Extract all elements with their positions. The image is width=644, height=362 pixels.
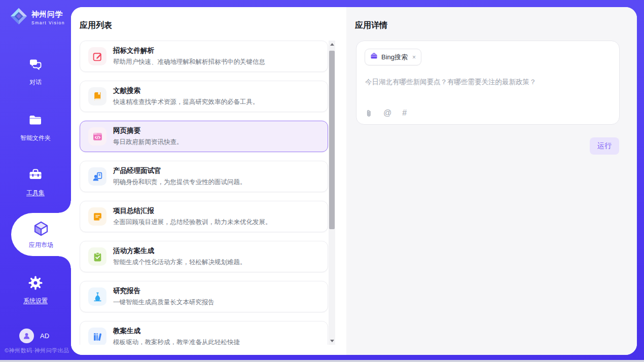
toolbox-icon	[0, 167, 71, 185]
scrollbar-thumb[interactable]	[329, 51, 335, 229]
app-card-description: 每日政府新闻资讯快查。	[113, 138, 183, 147]
book-icon	[88, 87, 106, 105]
main-panel: 应用列表 招标文件解析 帮助用户快速、准确地理解和解析招标书中的关键信息 文献搜…	[71, 7, 637, 355]
brand-text: 神州问学 Smart Vision	[31, 10, 65, 25]
brand-name: 神州问学	[31, 10, 65, 19]
tool-chip-bing-search[interactable]: Bing搜索 ×	[365, 49, 421, 65]
active-bubble-corner-bottom	[59, 256, 71, 268]
scroll-up-arrow-icon[interactable]	[329, 41, 335, 48]
app-list-pane: 应用列表 招标文件解析 帮助用户快速、准确地理解和解析招标书中的关键信息 文献搜…	[71, 7, 346, 355]
app-card[interactable]: 文献搜索 快速精准查找学术资源，提高研究效率的必备工具。	[80, 81, 328, 112]
app-card[interactable]: 活动方案生成 智能生成个性化活动方案，轻松解决规划难题。	[80, 241, 328, 272]
app-card-description: 模板驱动，教案秒成，教学准备从此轻松快捷	[113, 338, 240, 345]
app-card-description: 一键智能生成高质量长文本研究报告	[113, 298, 214, 307]
sidebar-item-label: 对话	[29, 79, 42, 86]
user-account[interactable]: AD	[19, 329, 49, 343]
app-card-description: 明确身份和职责，为您提供专业性的面试问题。	[113, 178, 246, 187]
active-bubble-corner-top	[59, 201, 71, 213]
cube-icon	[33, 230, 49, 238]
composer-card[interactable]: Bing搜索 × 今日湖北有哪些新闻要点？有哪些需要关注的最新政策？ @ #	[356, 41, 620, 125]
sidebar: 神州问学 Smart Vision 对话 智能文件夹	[0, 0, 71, 362]
run-button[interactable]: 运行	[590, 137, 619, 155]
app-card-title: 研究报告	[113, 286, 214, 296]
sidebar-item-smart-folder[interactable]: 智能文件夹	[0, 113, 71, 142]
app-card-title: 招标文件解析	[113, 46, 265, 55]
app-list-title: 应用列表	[80, 20, 112, 31]
app-card-title: 文献搜索	[113, 86, 259, 95]
scroll-down-arrow-icon[interactable]	[329, 337, 335, 345]
app-card[interactable]: 项目总结汇报 全面回顾项目进展，总结经验教训，助力未来优化发展。	[80, 201, 328, 232]
sidebar-item-chat[interactable]: 对话	[0, 57, 71, 87]
tool-chip-label: Bing搜索	[381, 53, 408, 62]
sidebar-item-toolset[interactable]: 工具集	[0, 167, 71, 197]
books-icon	[88, 328, 106, 345]
close-icon[interactable]: ×	[412, 54, 416, 61]
brand-subtitle: Smart Vision	[31, 20, 65, 25]
copyright-footer: ©神州数码·神州问学出品	[5, 347, 69, 354]
app-card[interactable]: 产品经理面试官 明确身份和职责，为您提供专业性的面试问题。	[80, 161, 328, 192]
app-detail-title: 应用详情	[355, 20, 387, 31]
paperclip-icon[interactable]	[365, 109, 373, 118]
sidebar-item-label: 智能文件夹	[20, 134, 51, 141]
app-card-title: 产品经理面试官	[113, 166, 246, 175]
app-window: 神州问学 Smart Vision 对话 智能文件夹	[0, 0, 644, 362]
query-input[interactable]: 今日湖北有哪些新闻要点？有哪些需要关注的最新政策？	[365, 78, 611, 87]
sidebar-item-label: 系统设置	[23, 297, 48, 304]
research-icon	[88, 287, 106, 306]
folder-icon	[0, 113, 71, 130]
screen-bottom-edge	[0, 360, 644, 362]
app-card-title: 项目总结汇报	[113, 206, 272, 215]
app-card[interactable]: 网页摘要 每日政府新闻资讯快查。	[80, 121, 328, 152]
brand-diamond-icon	[9, 7, 28, 28]
sidebar-item-settings[interactable]: 系统设置	[0, 275, 71, 305]
avatar	[19, 329, 34, 343]
app-card-description: 全面回顾项目进展，总结经验教训，助力未来优化发展。	[113, 218, 272, 227]
app-list: 招标文件解析 帮助用户快速、准确地理解和解析招标书中的关键信息 文献搜索 快速精…	[80, 41, 329, 345]
app-detail-pane: 应用详情 Bing搜索 × 今日湖北有哪些新闻要点？有哪些需要关注的最新政策？	[346, 7, 637, 355]
browser-code-icon	[88, 127, 106, 146]
app-card-description: 智能生成个性化活动方案，轻松解决规划难题。	[113, 258, 246, 267]
interviewer-icon	[88, 167, 106, 186]
briefcase-icon	[370, 52, 378, 62]
sidebar-item-app-market[interactable]: 应用市场	[11, 213, 71, 256]
app-list-scrollbar[interactable]	[329, 41, 335, 345]
sidebar-item-label: 工具集	[26, 189, 45, 196]
app-card[interactable]: 教案生成 模板驱动，教案秒成，教学准备从此轻松快捷	[80, 321, 328, 345]
app-card-description: 帮助用户快速、准确地理解和解析招标书中的关键信息	[113, 58, 265, 66]
sidebar-item-label: 应用市场	[11, 241, 71, 249]
gear-icon	[0, 275, 71, 293]
chat-icon	[0, 57, 71, 74]
composer-toolbar: @ #	[365, 108, 407, 118]
app-card-description: 快速精准查找学术资源，提高研究效率的必备工具。	[113, 98, 259, 106]
app-card[interactable]: 招标文件解析 帮助用户快速、准确地理解和解析招标书中的关键信息	[80, 41, 328, 72]
app-card-title: 教案生成	[113, 327, 240, 336]
edit-doc-icon	[88, 47, 106, 65]
mention-icon[interactable]: @	[383, 108, 391, 118]
note-icon	[88, 207, 106, 226]
app-card[interactable]: 研究报告 一键智能生成高质量长文本研究报告	[80, 281, 328, 312]
brand-logo: 神州问学 Smart Vision	[9, 7, 65, 28]
app-card-title: 活动方案生成	[113, 246, 246, 256]
clipboard-check-icon	[88, 247, 106, 266]
hash-icon[interactable]: #	[402, 108, 407, 118]
app-card-title: 网页摘要	[113, 126, 183, 135]
user-initials: AD	[40, 332, 49, 340]
